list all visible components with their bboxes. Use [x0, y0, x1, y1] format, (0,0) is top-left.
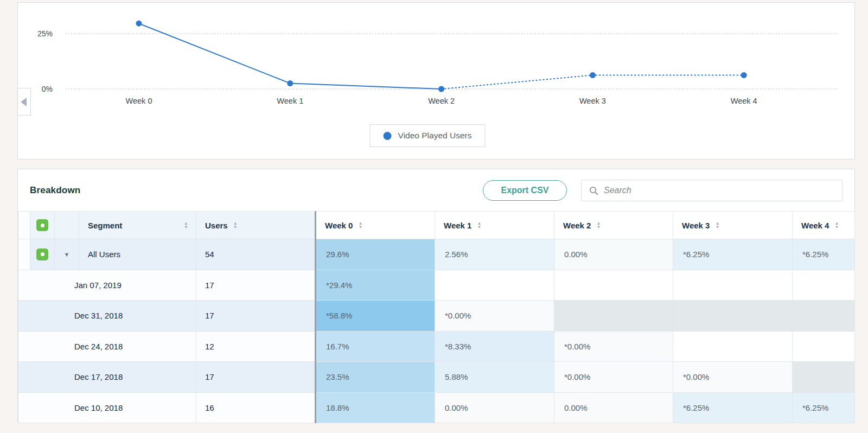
breakdown-card: Breakdown Export CSV	[17, 169, 855, 423]
week1-cell	[435, 270, 554, 301]
week1-cell: 2.56%	[435, 239, 554, 270]
caret-down-icon[interactable]: ▼	[64, 251, 70, 258]
sort-arrows-icon[interactable]: ▲▼	[358, 221, 362, 229]
table-row-date: Dec 31, 2018 17 *58.8% *0.00%	[18, 301, 855, 332]
week4-cell	[793, 362, 855, 393]
users-cell: 12	[196, 331, 316, 362]
week1-cell: *0.00%	[435, 301, 554, 332]
table-row-date: Dec 24, 2018 12 16.7% *8.33% *0.00%	[18, 331, 855, 362]
x-axis-tick-label: Week 3	[579, 97, 606, 105]
users-column-header[interactable]: Users ▲▼	[196, 212, 316, 239]
week2-cell: 0.00%	[554, 239, 673, 270]
segment-date-cell: Jan 07, 2019	[18, 270, 196, 301]
retention-dashboard: { "chart": { "legend": { "label": "Video…	[0, 0, 868, 433]
week2-cell	[554, 301, 673, 332]
week0-column-label: Week 0	[325, 221, 353, 230]
users-cell: 17	[196, 301, 316, 332]
week3-cell: *6.25%	[673, 392, 793, 423]
x-axis-tick-label: Week 2	[428, 97, 455, 105]
week0-column-header[interactable]: Week 0 ▲▼	[316, 212, 435, 239]
users-cell: 17	[196, 270, 316, 301]
users-cell: 54	[196, 239, 316, 270]
week2-column-header[interactable]: Week 2 ▲▼	[554, 212, 673, 239]
x-axis-tick-label: Week 0	[126, 97, 152, 105]
chart-legend[interactable]: Video Played Users	[370, 124, 486, 147]
week2-cell: 0.00%	[554, 392, 673, 423]
data-point[interactable]	[590, 72, 596, 78]
week1-column-label: Week 1	[444, 221, 471, 230]
week3-cell	[673, 301, 793, 332]
data-point[interactable]	[287, 80, 293, 86]
select-all-header[interactable]	[30, 212, 55, 239]
table-row-all-users: ▼ All Users 54 29.6% 2.56% 0.00% *6.25% …	[18, 239, 855, 270]
row-select-cell[interactable]	[30, 239, 55, 270]
segment-date-cell: Dec 17, 2018	[18, 362, 196, 393]
segment-column-header[interactable]: Segment ▲▼	[79, 212, 196, 239]
y-axis-tick-label: 0%	[42, 85, 53, 93]
week0-cell: 18.8%	[316, 392, 435, 423]
collapse-panel-button[interactable]	[17, 88, 31, 116]
week4-column-header[interactable]: Week 4 ▲▼	[793, 212, 855, 239]
week3-column-header[interactable]: Week 3 ▲▼	[673, 212, 793, 239]
breakdown-table: Segment ▲▼ Users ▲▼ Week 0 ▲▼ Week 1	[18, 211, 855, 423]
week0-cell: 23.5%	[316, 362, 435, 393]
week4-column-label: Week 4	[801, 221, 829, 230]
users-cell: 16	[196, 392, 316, 423]
week2-cell: *0.00%	[554, 362, 673, 393]
week2-cell	[554, 270, 673, 301]
segment-cell: All Users	[79, 239, 196, 270]
week0-cell: *29.4%	[316, 270, 435, 301]
table-row-date: Dec 17, 2018 17 23.5% 5.88% *0.00% *0.00…	[18, 362, 855, 393]
checkbox-dot	[41, 252, 44, 256]
retention-chart-card: 25%0%Week 0Week 1Week 2Week 3Week 4 Vide…	[17, 2, 855, 160]
week3-cell: *6.25%	[673, 239, 793, 270]
week1-cell: *8.33%	[435, 331, 554, 362]
week0-cell: *58.8%	[316, 301, 435, 332]
week4-cell: *6.25%	[793, 239, 855, 270]
checkbox-checked-icon[interactable]	[36, 249, 48, 260]
legend-series-dot-icon	[384, 132, 392, 140]
series-line-solid	[139, 23, 442, 89]
data-point[interactable]	[741, 72, 747, 78]
legend-series-label: Video Played Users	[398, 131, 472, 141]
week0-cell: 29.6%	[316, 239, 435, 270]
checkbox-dot	[41, 224, 44, 227]
expand-row-cell[interactable]: ▼	[55, 239, 79, 270]
x-axis-tick-label: Week 1	[277, 97, 303, 105]
week1-cell: 0.00%	[435, 392, 554, 423]
breakdown-title: Breakdown	[30, 185, 80, 196]
sort-arrows-icon[interactable]: ▲▼	[715, 221, 719, 229]
x-axis-tick-label: Week 4	[731, 97, 757, 105]
search-input[interactable]	[604, 180, 842, 201]
table-header-row: Segment ▲▼ Users ▲▼ Week 0 ▲▼ Week 1	[18, 212, 855, 239]
breakdown-header: Breakdown Export CSV	[18, 169, 854, 211]
sort-arrows-icon[interactable]: ▲▼	[233, 221, 238, 229]
sort-arrows-icon[interactable]: ▲▼	[834, 221, 839, 229]
table-row-date: Jan 07, 2019 17 *29.4%	[18, 270, 855, 301]
week1-cell: 5.88%	[435, 362, 554, 393]
week4-cell: *6.25%	[793, 392, 855, 423]
week3-cell: *0.00%	[673, 362, 793, 393]
week2-cell: *0.00%	[554, 331, 673, 362]
week3-column-label: Week 3	[682, 221, 710, 230]
sort-arrows-icon[interactable]: ▲▼	[596, 221, 601, 229]
data-point[interactable]	[438, 86, 444, 92]
week2-column-label: Week 2	[563, 221, 591, 230]
week4-cell	[793, 270, 855, 301]
data-point[interactable]	[136, 21, 142, 27]
week4-cell	[793, 331, 855, 362]
row-spacer	[18, 239, 30, 270]
week4-cell	[793, 301, 855, 332]
week3-cell	[673, 331, 793, 362]
header-spacer	[18, 212, 30, 239]
search-box[interactable]	[581, 180, 843, 201]
week3-cell	[673, 270, 793, 301]
checkbox-checked-icon[interactable]	[36, 219, 48, 231]
sort-arrows-icon[interactable]: ▲▼	[184, 221, 188, 229]
week1-column-header[interactable]: Week 1 ▲▼	[435, 212, 554, 239]
users-column-label: Users	[205, 221, 228, 230]
segment-date-cell: Dec 31, 2018	[18, 301, 196, 332]
sort-arrows-icon[interactable]: ▲▼	[477, 221, 481, 229]
export-csv-button[interactable]: Export CSV	[483, 180, 567, 201]
segment-column-label: Segment	[88, 221, 122, 230]
